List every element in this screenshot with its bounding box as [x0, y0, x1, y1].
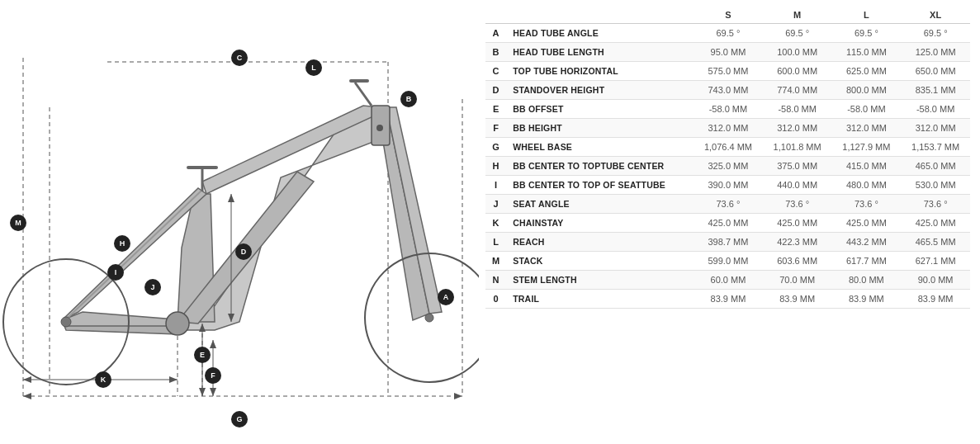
row-m: 600.0 MM — [763, 62, 832, 81]
svg-text:A: A — [443, 293, 449, 301]
row-s: 69.5 ° — [694, 24, 763, 43]
row-l: -58.0 MM — [832, 100, 902, 119]
row-id: E — [485, 100, 506, 119]
row-l: 425.0 MM — [832, 214, 902, 233]
row-xl: 627.1 MM — [901, 252, 970, 271]
svg-line-29 — [355, 83, 372, 106]
row-m: 69.5 ° — [763, 24, 832, 43]
row-id: A — [485, 24, 506, 43]
row-xl: 465.0 MM — [901, 157, 970, 176]
row-m: 422.3 MM — [763, 233, 832, 252]
row-xl: 650.0 MM — [901, 62, 970, 81]
row-xl: 90.0 MM — [901, 271, 970, 290]
row-id: K — [485, 214, 506, 233]
col-header-m: M — [763, 7, 832, 24]
table-row: C TOP TUBE HORIZONTAL 575.0 MM 600.0 MM … — [485, 62, 970, 81]
svg-marker-12 — [454, 393, 462, 399]
row-l: 480.0 MM — [832, 176, 902, 195]
row-id: H — [485, 157, 506, 176]
col-header-xl: XL — [901, 7, 970, 24]
svg-marker-35 — [228, 194, 234, 202]
measurements-table-container: S M L XL A HEAD TUBE ANGLE 69.5 ° 69.5 °… — [479, 0, 980, 444]
row-id: M — [485, 252, 506, 271]
svg-text:B: B — [406, 95, 412, 103]
row-l: 1,127.9 MM — [832, 138, 902, 157]
svg-marker-11 — [23, 393, 31, 399]
table-row: D STANDOVER HEIGHT 743.0 MM 774.0 MM 800… — [485, 81, 970, 100]
row-s: 398.7 MM — [694, 233, 763, 252]
bike-diagram: A B C D E F G H I J K L — [0, 0, 479, 444]
row-name: STACK — [506, 252, 694, 271]
table-row: F BB HEIGHT 312.0 MM 312.0 MM 312.0 MM 3… — [485, 119, 970, 138]
row-name: BB HEIGHT — [506, 119, 694, 138]
svg-marker-41 — [210, 340, 216, 348]
table-row: 0 TRAIL 83.9 MM 83.9 MM 83.9 MM 83.9 MM — [485, 290, 970, 309]
row-id: B — [485, 43, 506, 62]
row-l: 80.0 MM — [832, 271, 902, 290]
row-name: BB CENTER TO TOPTUBE CENTER — [506, 157, 694, 176]
svg-marker-39 — [199, 388, 206, 396]
svg-text:C: C — [237, 54, 243, 62]
row-xl: 69.5 ° — [901, 24, 970, 43]
row-name: WHEEL BASE — [506, 138, 694, 157]
row-s: 390.0 MM — [694, 176, 763, 195]
col-header-s: S — [694, 7, 763, 24]
row-id: 0 — [485, 290, 506, 309]
row-xl: 312.0 MM — [901, 119, 970, 138]
row-xl: 425.0 MM — [901, 214, 970, 233]
row-l: 115.0 MM — [832, 43, 902, 62]
row-s: 599.0 MM — [694, 252, 763, 271]
row-name: REACH — [506, 233, 694, 252]
row-name: SEAT ANGLE — [506, 195, 694, 214]
row-m: 774.0 MM — [763, 81, 832, 100]
table-row: E BB OFFSET -58.0 MM -58.0 MM -58.0 MM -… — [485, 100, 970, 119]
svg-text:D: D — [241, 248, 247, 256]
row-xl: 73.6 ° — [901, 195, 970, 214]
table-row: A HEAD TUBE ANGLE 69.5 ° 69.5 ° 69.5 ° 6… — [485, 24, 970, 43]
row-m: -58.0 MM — [763, 100, 832, 119]
row-m: 440.0 MM — [763, 176, 832, 195]
row-id: J — [485, 195, 506, 214]
row-s: 312.0 MM — [694, 119, 763, 138]
row-xl: 835.1 MM — [901, 81, 970, 100]
svg-text:I: I — [115, 268, 117, 276]
row-name: STEM LENGTH — [506, 271, 694, 290]
svg-point-33 — [376, 125, 383, 131]
row-name: BB OFFSET — [506, 100, 694, 119]
table-row: K CHAINSTAY 425.0 MM 425.0 MM 425.0 MM 4… — [485, 214, 970, 233]
svg-text:G: G — [236, 415, 242, 423]
svg-text:M: M — [15, 219, 21, 227]
row-s: 60.0 MM — [694, 271, 763, 290]
row-id: G — [485, 138, 506, 157]
row-l: 800.0 MM — [832, 81, 902, 100]
table-row: G WHEEL BASE 1,076.4 MM 1,101.8 MM 1,127… — [485, 138, 970, 157]
row-id: C — [485, 62, 506, 81]
col-header-name — [506, 7, 694, 24]
row-m: 603.6 MM — [763, 252, 832, 271]
row-l: 73.6 ° — [832, 195, 902, 214]
row-l: 443.2 MM — [832, 233, 902, 252]
svg-text:K: K — [101, 376, 107, 384]
row-l: 617.7 MM — [832, 252, 902, 271]
row-s: 83.9 MM — [694, 290, 763, 309]
row-id: D — [485, 81, 506, 100]
svg-text:H: H — [120, 239, 125, 248]
table-row: B HEAD TUBE LENGTH 95.0 MM 100.0 MM 115.… — [485, 43, 970, 62]
row-m: 1,101.8 MM — [763, 138, 832, 157]
row-name: CHAINSTAY — [506, 214, 694, 233]
svg-point-25 — [425, 314, 433, 322]
row-m: 312.0 MM — [763, 119, 832, 138]
row-s: 743.0 MM — [694, 81, 763, 100]
svg-text:E: E — [200, 351, 205, 359]
row-m: 425.0 MM — [763, 214, 832, 233]
row-name: TRAIL — [506, 290, 694, 309]
svg-text:F: F — [211, 371, 215, 380]
row-name: HEAD TUBE LENGTH — [506, 43, 694, 62]
svg-marker-10 — [169, 376, 178, 383]
table-row: J SEAT ANGLE 73.6 ° 73.6 ° 73.6 ° 73.6 ° — [485, 195, 970, 214]
table-row: L REACH 398.7 MM 422.3 MM 443.2 MM 465.5… — [485, 233, 970, 252]
row-s: 325.0 MM — [694, 157, 763, 176]
row-l: 69.5 ° — [832, 24, 902, 43]
col-header-id — [485, 7, 506, 24]
row-id: L — [485, 233, 506, 252]
